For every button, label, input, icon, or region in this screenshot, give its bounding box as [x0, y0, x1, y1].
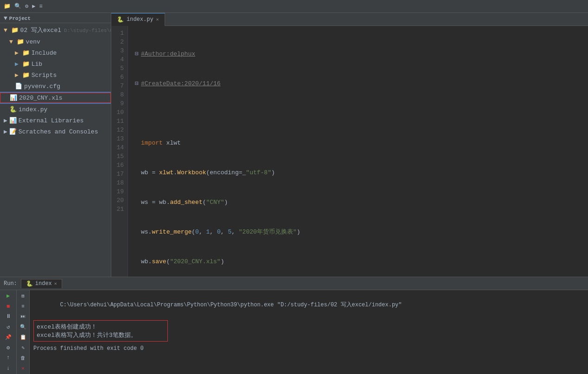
project-icon[interactable]: 📁: [4, 3, 11, 10]
code-line-2: ⊟ #CreateDate:2020/11/16: [134, 79, 582, 88]
gutter-8: [134, 257, 140, 266]
run-sidebar: ▶ ◼ ⏸ ↺ 📌 ⚙ ↑ ↓: [0, 290, 17, 374]
root-path: D:\study-files\02 写入excel: [64, 27, 111, 34]
project-header[interactable]: ▼ Project: [0, 13, 111, 24]
ext-libs-icon: 📊: [9, 117, 17, 124]
run-tab-label: index: [35, 280, 52, 287]
top-bar: 📁 🔍 ⚙ ▶ ≡: [0, 0, 588, 13]
sidebar-item-pyvenv[interactable]: 📄 pyvenv.cfg: [0, 81, 111, 92]
lib-expand-icon: ▶ 📁: [15, 60, 30, 68]
sidebar-item-scratches[interactable]: ▶ 📝 Scratches and Consoles: [0, 126, 111, 137]
code-6: ws = wb.add_sheet("CNY"): [141, 198, 228, 207]
run-extra-btn7[interactable]: 🗑: [18, 354, 29, 361]
scripts-label: Scripts: [32, 72, 57, 79]
run-stop-button[interactable]: ◼: [3, 302, 14, 310]
run-output-line-2: excel表格写入成功！共计3笔数据。: [37, 331, 165, 339]
run-down-button[interactable]: ↓: [3, 365, 14, 372]
line-numbers: 1 2 3 4 5 6 7 8 9 10 11 12 13 14 15 16 1…: [111, 26, 128, 277]
run-tab-close-icon[interactable]: ✕: [54, 281, 57, 286]
project-label: Project: [9, 16, 31, 21]
include-expand-icon: ▶ 📁: [15, 49, 30, 57]
sidebar: ▼ Project ▼ 📁 02 写入excel D:\study-files\…: [0, 13, 111, 277]
run-pause-button[interactable]: ⏸: [3, 313, 14, 320]
code-line-1: ⊟ #Author:delphux: [134, 50, 582, 58]
sidebar-item-index[interactable]: 🐍 index.py: [0, 104, 111, 115]
excel-file-label: 2020_CNY.xls: [19, 95, 63, 101]
run-up-button[interactable]: ↑: [3, 354, 14, 361]
code-line-5: wb = xlwt.Workbook(encoding=_"utf-8"): [134, 168, 582, 177]
sidebar-item-lib[interactable]: ▶ 📁 Lib: [0, 58, 111, 70]
run-extra-toolbar: ⊞ ≡ ⏭ 🔍 📋 ✎ 🗑 ✕: [17, 290, 30, 374]
run-play-button[interactable]: ▶: [3, 292, 14, 299]
run-command-text: C:\Users\dehui\AppData\Local\Programs\Py…: [60, 302, 402, 308]
scripts-expand-icon: ▶ 📁: [15, 71, 30, 79]
fold-icon-1[interactable]: ⊟: [134, 50, 140, 58]
sidebar-item-excel[interactable]: 📊 2020_CNY.xls: [0, 92, 111, 104]
run-extra-btn5[interactable]: 📋: [18, 334, 29, 341]
scratches-icon: 📝: [9, 128, 17, 135]
run-extra-btn1[interactable]: ⊞: [18, 292, 29, 299]
fold-icon-2[interactable]: ⊟: [134, 79, 140, 88]
code-content[interactable]: ⊟ #Author:delphux ⊟ #CreateDate:2020/11/…: [128, 26, 588, 277]
code-5: wb = xlwt.Workbook(encoding=_"utf-8"): [141, 168, 275, 177]
run-pin-button[interactable]: 📌: [3, 334, 14, 341]
gutter-7: [134, 228, 140, 236]
sidebar-item-external-libs[interactable]: ▶ 📊 External Libraries: [0, 115, 111, 126]
tab-index-py[interactable]: 🐍 index.py ✕: [111, 13, 165, 26]
code-line-8: wb.save("2020_CNY.xls"): [134, 257, 582, 266]
import-lib: xlwt: [163, 139, 181, 147]
project-expand-icon: ▼: [4, 15, 7, 22]
gutter-5: [134, 168, 140, 177]
tab-close-icon[interactable]: ✕: [156, 17, 159, 22]
venv-label: venv: [26, 38, 40, 45]
run-icon[interactable]: ▶: [32, 3, 35, 10]
run-settings-button[interactable]: ⚙: [3, 344, 14, 351]
run-extra-btn8[interactable]: ✕: [18, 365, 29, 372]
tab-python-icon: 🐍: [117, 16, 124, 23]
run-extra-btn2[interactable]: ≡: [18, 302, 29, 310]
scratches-expand-icon: ▶: [4, 128, 7, 135]
gutter-3: [134, 109, 140, 118]
run-process-line: Process finished with exit code 0: [33, 345, 584, 352]
run-command-line: C:\Users\dehui\AppData\Local\Programs\Py…: [33, 292, 584, 318]
excel-file-icon: 📊: [10, 94, 17, 101]
pyvenv-file-icon: 📄: [15, 82, 22, 90]
top-bar-icons: 📁 🔍 ⚙ ▶ ≡: [4, 3, 43, 10]
run-tab-python-icon: 🐍: [26, 280, 33, 287]
folder-expand-icon: ▼ 📁: [4, 26, 19, 34]
run-label: Run:: [4, 280, 17, 287]
gutter-4: [134, 139, 140, 147]
code-line-6: ws = wb.add_sheet("CNY"): [134, 198, 582, 207]
index-label: index.py: [19, 106, 47, 113]
sidebar-item-venv[interactable]: ▼ 📁 venv: [0, 36, 111, 47]
code-line-3: [134, 109, 582, 118]
code-editor[interactable]: 1 2 3 4 5 6 7 8 9 10 11 12 13 14 15 16 1…: [111, 26, 588, 277]
run-tabs: Run: 🐍 index ✕: [0, 277, 588, 290]
ext-libs-expand-icon: ▶: [4, 117, 7, 124]
code-8: wb.save("2020_CNY.xls"): [141, 257, 224, 266]
code-line-4: import xlwt: [134, 139, 582, 147]
sidebar-item-include[interactable]: ▶ 📁 Include: [0, 47, 111, 58]
run-extra-btn4[interactable]: 🔍: [18, 323, 29, 330]
search-icon[interactable]: 🔍: [14, 3, 21, 10]
more-icon[interactable]: ≡: [39, 3, 42, 10]
main-area: ▼ Project ▼ 📁 02 写入excel D:\study-files\…: [0, 13, 588, 277]
venv-expand-icon: ▼ 📁: [9, 38, 24, 45]
scratches-label: Scratches and Consoles: [19, 128, 98, 135]
gutter-6: [134, 198, 140, 207]
run-output-box: excel表格创建成功！ excel表格写入成功！共计3笔数据。: [33, 320, 168, 342]
kw-import: import: [141, 139, 163, 147]
run-output-line-1: excel表格创建成功！: [37, 323, 165, 331]
tabs-bar: 🐍 index.py ✕: [111, 13, 588, 26]
run-rerun-button[interactable]: ↺: [3, 323, 14, 330]
settings-icon[interactable]: ⚙: [25, 3, 28, 10]
tab-index-label: index.py: [127, 16, 153, 23]
root-folder-label: 02 写入excel: [20, 26, 61, 34]
run-output[interactable]: C:\Users\dehui\AppData\Local\Programs\Py…: [30, 290, 588, 374]
bottom-panel: Run: 🐍 index ✕ ▶ ◼ ⏸ ↺ 📌 ⚙ ↑ ↓ ⊞ ≡ ⏭ 🔍 📋…: [0, 277, 588, 374]
run-extra-btn6[interactable]: ✎: [18, 344, 29, 351]
run-extra-btn3[interactable]: ⏭: [18, 313, 29, 320]
sidebar-item-root[interactable]: ▼ 📁 02 写入excel D:\study-files\02 写入excel: [0, 24, 111, 36]
run-tab-index[interactable]: 🐍 index ✕: [21, 279, 62, 288]
sidebar-item-scripts[interactable]: ▶ 📁 Scripts: [0, 70, 111, 81]
